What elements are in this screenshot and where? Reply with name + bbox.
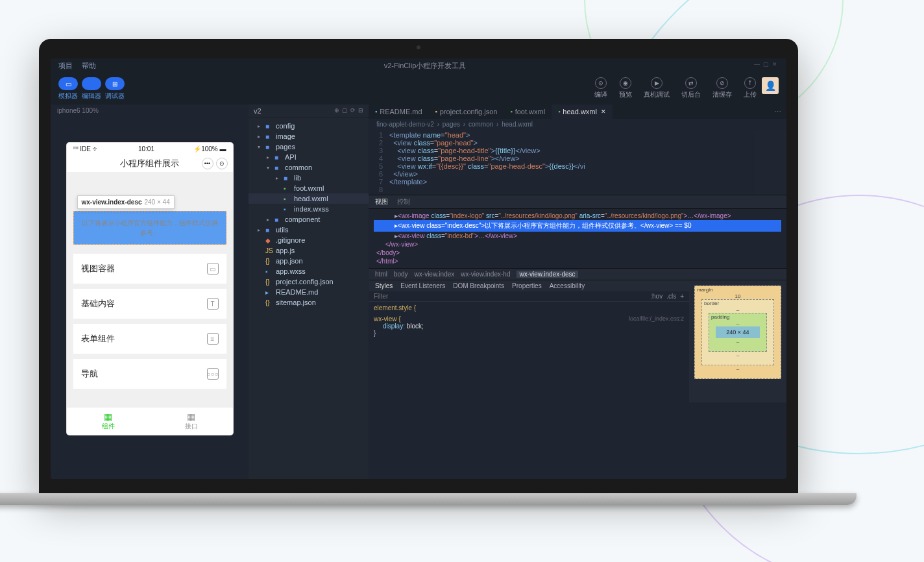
tree-node[interactable]: ▸■API — [249, 152, 369, 162]
tree-node[interactable]: ▸■component — [249, 214, 369, 225]
filter-chip[interactable]: .cls — [666, 293, 676, 300]
minimize-icon[interactable]: — — [754, 61, 760, 67]
menu-project[interactable]: 项目 — [58, 61, 73, 71]
editor-tab[interactable]: ▪README.md — [369, 104, 429, 119]
minimap[interactable] — [755, 130, 786, 195]
styles-subtab[interactable]: Accessibility — [550, 282, 585, 289]
css-rules[interactable]: element.style {</span><span class="sel-t… — [369, 302, 689, 343]
highlighted-element[interactable]: 以下将展示小程序官方组件能力，组件样式仅供参考。 — [73, 211, 226, 245]
capsule-close-icon[interactable]: ⊙ — [216, 158, 228, 169]
tree-node[interactable]: ▾■pages — [249, 141, 369, 152]
toolbar-button[interactable]: ▶真机调试 — [644, 77, 670, 99]
tree-node[interactable]: {}app.json — [249, 256, 369, 266]
file-tree-panel: v2 ⊕ ▢ ⟳ ⊟ ▸■config▸■image▾■pages▸■API▾■… — [249, 104, 369, 479]
phone-tab[interactable]: ▦接口 — [150, 408, 233, 435]
ide-screen: 项目 帮助 v2-FinClip小程序开发工具 — ▢ ✕ ▭模拟器编辑器⊞调试… — [51, 58, 786, 479]
new-file-icon[interactable]: ⊕ — [334, 107, 339, 115]
tree-node[interactable]: ▪index.wxss — [249, 204, 369, 214]
devtools: 视图控制 ▸<wx-image class="index-logo" src="… — [369, 195, 786, 402]
list-item[interactable]: 基础内容T — [73, 289, 226, 319]
list-item[interactable]: 表单组件≡ — [73, 324, 226, 354]
breadcrumb: fino-applet-demo-v2 › pages › common › h… — [369, 119, 786, 130]
tree-root[interactable]: v2 — [254, 107, 261, 115]
devtools-tab[interactable]: 视图 — [375, 197, 388, 206]
status-time: 10:01 — [138, 145, 154, 153]
tree-node[interactable]: ◆.gitignore — [249, 235, 369, 245]
toolbar-button[interactable]: ⤒上传 — [744, 77, 757, 99]
tree-node[interactable]: ▸README.md — [249, 287, 369, 297]
dom-crumb[interactable]: html — [375, 271, 387, 278]
toolbar-button[interactable]: ⇄切后台 — [681, 77, 701, 99]
tree-node[interactable]: ▪app.wxss — [249, 266, 369, 276]
filter-chip[interactable]: + — [680, 293, 684, 300]
dom-crumb[interactable]: body — [394, 271, 408, 278]
toolbar-button[interactable]: ◉预览 — [619, 77, 632, 99]
status-battery: ⚡100% ▬ — [193, 145, 226, 153]
tree-node[interactable]: ▸■utils — [249, 225, 369, 235]
window-controls: — ▢ ✕ — [754, 61, 779, 71]
close-tab-icon[interactable]: ✕ — [601, 108, 606, 115]
toolbar-button[interactable]: ⊘清缓存 — [712, 77, 732, 99]
close-icon[interactable]: ✕ — [772, 61, 779, 67]
simulator-device-label: iphone6 100% — [51, 104, 249, 117]
laptop-frame: 项目 帮助 v2-FinClip小程序开发工具 — ▢ ✕ ▭模拟器编辑器⊞调试… — [39, 39, 798, 519]
box-model: margin10 border– padding– 240 × 44 – – – — [689, 280, 786, 402]
tree-node[interactable]: {}sitemap.json — [249, 297, 369, 308]
tree-node[interactable]: ▸■image — [249, 131, 369, 141]
more-tabs-icon[interactable]: ⋯ — [769, 108, 786, 116]
mode-button[interactable]: ▭模拟器 — [58, 77, 78, 101]
refresh-icon[interactable]: ⟳ — [350, 107, 356, 115]
menu-help[interactable]: 帮助 — [82, 61, 96, 71]
tree-node[interactable]: ▾■common — [249, 162, 369, 173]
toolbar: ▭模拟器编辑器⊞调试器 ⊙编译◉预览▶真机调试⇄切后台⊘清缓存⤒上传 👤 — [51, 73, 786, 104]
editor-tab[interactable]: ▪foot.wxml — [504, 104, 552, 119]
inspector-tooltip: wx-view.index-desc240 × 44 — [77, 195, 175, 209]
phone-tab[interactable]: ▦组件 — [67, 408, 150, 435]
styles-subtab[interactable]: DOM Breakpoints — [453, 282, 504, 289]
tree-node[interactable]: JSapp.js — [249, 245, 369, 256]
menubar: 项目 帮助 v2-FinClip小程序开发工具 — ▢ ✕ — [51, 58, 786, 73]
simulator-panel: iphone6 100% ᴵᴵᴵᴵ IDE ᯤ 10:01 ⚡100% ▬ 小程… — [51, 104, 249, 479]
dom-tree[interactable]: ▸<wx-image class="index-logo" src="../re… — [369, 209, 786, 268]
dom-breadcrumb[interactable]: htmlbodywx-view.indexwx-view.index-hdwx-… — [369, 268, 786, 280]
editor-tab[interactable]: ▪project.config.json — [429, 104, 504, 119]
devtools-tab[interactable]: 控制 — [397, 197, 410, 206]
new-folder-icon[interactable]: ▢ — [342, 107, 348, 115]
styles-subtab[interactable]: Styles — [375, 282, 393, 289]
styles-subtab[interactable]: Properties — [512, 282, 542, 289]
tree-node[interactable]: ▪foot.wxml — [249, 183, 369, 193]
tree-node[interactable]: ▸■lib — [249, 173, 369, 183]
tree-node[interactable]: ▸■config — [249, 121, 369, 131]
mode-button[interactable]: ⊞调试器 — [105, 77, 125, 101]
window-title: v2-FinClip小程序开发工具 — [105, 61, 745, 71]
list-item[interactable]: 导航○○○ — [73, 359, 226, 389]
maximize-icon[interactable]: ▢ — [763, 61, 770, 67]
capsule-more-icon[interactable]: ••• — [202, 158, 213, 169]
page-title: 小程序组件展示 — [120, 158, 179, 169]
editor-tab[interactable]: ▪head.wxml✕ — [552, 104, 613, 119]
dom-crumb[interactable]: wx-view.index-desc — [517, 271, 578, 278]
status-signal: ᴵᴵᴵᴵ IDE ᯤ — [73, 145, 99, 153]
dom-crumb[interactable]: wx-view.index-hd — [461, 271, 510, 278]
collapse-icon[interactable]: ⊟ — [358, 107, 363, 115]
mode-button[interactable]: 编辑器 — [82, 77, 101, 101]
tree-node[interactable]: {}project.config.json — [249, 276, 369, 287]
tree-node[interactable]: ▪head.wxml — [249, 193, 369, 204]
toolbar-button[interactable]: ⊙编译 — [594, 77, 607, 99]
styles-filter-input[interactable] — [374, 293, 650, 300]
avatar[interactable]: 👤 — [762, 77, 779, 94]
dom-crumb[interactable]: wx-view.index — [415, 271, 455, 278]
code-editor[interactable]: 1<template name="head">2 <view class="pa… — [369, 130, 786, 195]
filter-chip[interactable]: :hov — [650, 293, 663, 300]
list-item[interactable]: 视图容器▭ — [73, 254, 226, 284]
styles-subtab[interactable]: Event Listeners — [400, 282, 445, 289]
editor-panel: ▪README.md▪project.config.json▪foot.wxml… — [369, 104, 786, 479]
phone-frame: ᴵᴵᴵᴵ IDE ᯤ 10:01 ⚡100% ▬ 小程序组件展示 ••• ⊙ — [67, 143, 233, 435]
